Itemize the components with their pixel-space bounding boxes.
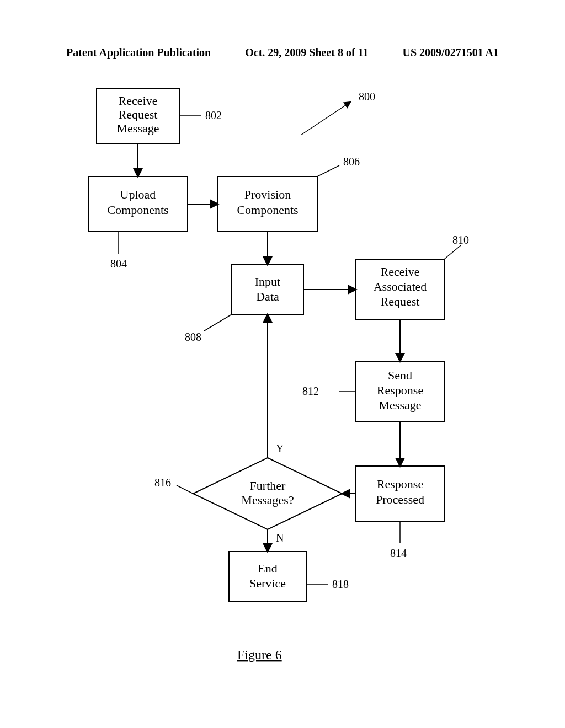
svg-text:Request: Request	[381, 295, 420, 308]
svg-text:Request: Request	[119, 108, 158, 121]
svg-text:Associated: Associated	[374, 280, 427, 293]
ref-808: 808	[185, 331, 201, 343]
ref-812: 812	[302, 385, 319, 397]
svg-text:Messages?: Messages?	[241, 493, 294, 507]
svg-text:Processed: Processed	[376, 493, 424, 506]
ref-816: 816	[154, 477, 171, 489]
svg-text:Upload: Upload	[120, 188, 156, 201]
svg-text:Data: Data	[256, 290, 279, 303]
label-yes: Y	[276, 442, 284, 454]
ref-810: 810	[452, 234, 469, 246]
ref-804: 804	[110, 258, 127, 270]
svg-text:Response: Response	[377, 383, 423, 397]
ref-800: 800	[359, 90, 375, 103]
svg-text:Provision: Provision	[244, 188, 291, 201]
svg-text:Components: Components	[237, 203, 298, 217]
figure-caption: Figure 6	[237, 647, 282, 662]
ref-806: 806	[343, 156, 360, 168]
box-provision-components: Provision Components	[218, 176, 317, 232]
svg-line-42	[204, 314, 232, 331]
svg-line-41	[317, 165, 339, 176]
decision-further-messages: Further Messages?	[193, 458, 342, 529]
box-send-response-message: Send Response Message	[356, 361, 444, 422]
svg-text:Receive: Receive	[381, 265, 420, 279]
svg-text:Service: Service	[249, 576, 286, 590]
svg-text:Further: Further	[250, 479, 286, 493]
svg-text:Send: Send	[388, 368, 412, 382]
box-input-data: Input Data	[232, 265, 303, 314]
flowchart: Receive Request Message Upload Component…	[0, 0, 565, 728]
ref-814: 814	[390, 547, 407, 559]
svg-text:Receive: Receive	[119, 94, 158, 108]
svg-text:Message: Message	[379, 398, 422, 412]
svg-text:Response: Response	[377, 477, 423, 491]
box-end-service: End Service	[229, 552, 306, 601]
ref-802: 802	[205, 109, 222, 121]
svg-text:Input: Input	[255, 275, 280, 288]
svg-text:End: End	[258, 561, 277, 575]
svg-line-46	[177, 485, 193, 494]
svg-text:Components: Components	[107, 203, 168, 217]
box-receive-request-message: Receive Request Message	[97, 88, 179, 143]
box-receive-associated-request: Receive Associated Request	[356, 259, 444, 320]
box-response-processed: Response Processed	[356, 466, 444, 521]
box-upload-components: Upload Components	[88, 176, 188, 232]
svg-line-43	[444, 245, 461, 259]
svg-line-48	[301, 102, 350, 135]
ref-818: 818	[332, 578, 349, 590]
svg-text:Message: Message	[117, 121, 159, 135]
label-no: N	[276, 532, 284, 544]
